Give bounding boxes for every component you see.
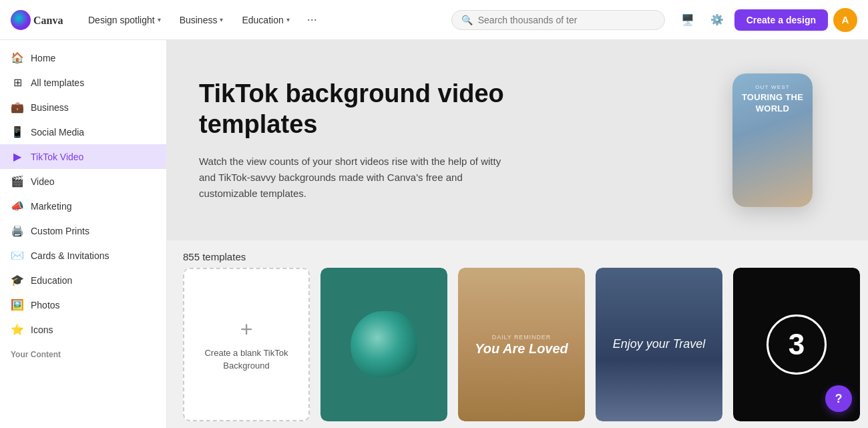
desert-main-text: You Are Loved [475, 341, 568, 357]
plus-icon: + [240, 317, 253, 342]
education-icon: 🎓 [11, 274, 24, 286]
travel-card-img: Enjoy your Travel [596, 268, 722, 421]
sidebar-item-custom-prints[interactable]: 🖨️ Custom Prints [0, 218, 166, 243]
sidebar-item-label: Cards & Invitations [31, 250, 110, 261]
templates-grid: + Create a blank TikTok Background DA [167, 268, 868, 428]
phone-screen: OUT WEST TOURING THE WORLD [732, 73, 813, 207]
chevron-down-icon: ▾ [220, 16, 223, 23]
blank-card-inner: + Create a blank TikTok Background [183, 268, 310, 421]
sidebar-item-cards-invitations[interactable]: ✉️ Cards & Invitations [0, 243, 166, 268]
sidebar-item-label: Video [31, 176, 55, 187]
blank-template-card[interactable]: + Create a blank TikTok Background [183, 268, 310, 421]
search-icon: 🔍 [461, 15, 473, 25]
more-nav-btn[interactable]: ··· [302, 9, 322, 31]
sidebar-item-label: Custom Prints [31, 226, 89, 236]
monitor-icon-btn[interactable]: 🖥️ [676, 8, 700, 32]
home-icon: 🏠 [11, 51, 24, 64]
sidebar-item-label: Business [31, 102, 69, 113]
business-icon: 💼 [11, 101, 24, 114]
search-bar: 🔍 [451, 10, 665, 30]
sidebar-item-label: TikTok Video [31, 152, 83, 162]
photos-icon: 🖼️ [11, 298, 24, 311]
cards-icon: ✉️ [11, 249, 24, 262]
sidebar-item-label: Photos [31, 300, 60, 310]
teal-card-inner [320, 268, 447, 421]
video-icon: 🎬 [11, 175, 24, 188]
grid-icon: ⊞ [11, 76, 24, 89]
sidebar-item-photos[interactable]: 🖼️ Photos [0, 292, 166, 317]
sidebar-item-business[interactable]: 💼 Business [0, 95, 166, 120]
hero-title: TikTok background video templates [199, 79, 506, 140]
create-design-button[interactable]: Create a design [734, 9, 828, 31]
travel-template-card[interactable]: Enjoy your Travel [596, 268, 722, 421]
search-input[interactable] [478, 15, 655, 25]
sidebar: 🏠 Home ⊞ All templates 💼 Business 📱 Soci… [0, 40, 167, 428]
teal-template-card[interactable] [320, 268, 447, 421]
sidebar-item-tiktok-video[interactable]: ▶ TikTok Video [0, 144, 166, 169]
chevron-down-icon: ▾ [158, 16, 161, 23]
sidebar-item-label: Marketing [31, 201, 71, 212]
sidebar-item-label: Icons [31, 325, 53, 335]
sidebar-item-home[interactable]: 🏠 Home [0, 45, 166, 70]
sidebar-item-marketing[interactable]: 📣 Marketing [0, 194, 166, 218]
main-content: TikTok background video templates Watch … [167, 40, 868, 428]
social-icon: 📱 [11, 126, 24, 138]
blank-card-label: Create a blank TikTok Background [184, 347, 308, 371]
sidebar-item-icons[interactable]: ⭐ Icons [0, 317, 166, 342]
daily-reminder-card[interactable]: DAILY REMINDER You Are Loved [458, 268, 585, 421]
hero-image: OUT WEST TOURING THE WORLD [709, 73, 836, 207]
sidebar-item-label: Education [31, 275, 72, 286]
teal-card-img [320, 268, 447, 421]
sidebar-item-video[interactable]: 🎬 Video [0, 169, 166, 194]
travel-card-text: Enjoy your Travel [613, 336, 706, 353]
sidebar-item-label: All templates [31, 77, 84, 88]
print-icon: 🖨️ [11, 224, 24, 237]
help-bubble-button[interactable]: ? [825, 385, 852, 412]
canva-logo[interactable]: Canva [11, 10, 71, 30]
sidebar-item-label: Home [31, 53, 55, 63]
settings-icon-btn[interactable]: ⚙️ [705, 8, 729, 32]
hero-description: Watch the view counts of your short vide… [199, 154, 506, 202]
sidebar-item-label: Social Media [31, 127, 84, 138]
svg-point-0 [11, 10, 31, 30]
your-content-label: Your Content [0, 342, 166, 362]
phone-text: OUT WEST TOURING THE WORLD [738, 84, 807, 115]
templates-count-bar: 855 templates [167, 240, 868, 268]
desert-card-img: DAILY REMINDER You Are Loved [458, 268, 585, 421]
templates-count: 855 templates [183, 251, 246, 262]
user-avatar[interactable]: A [833, 8, 857, 32]
sidebar-item-all-templates[interactable]: ⊞ All templates [0, 70, 166, 95]
icons-icon: ⭐ [11, 323, 24, 336]
marketing-icon: 📣 [11, 200, 24, 212]
chevron-down-icon: ▾ [286, 16, 290, 23]
app-layout: 🏠 Home ⊞ All templates 💼 Business 📱 Soci… [0, 40, 868, 428]
hero-section: TikTok background video templates Watch … [167, 40, 868, 240]
svg-text:Canva: Canva [33, 15, 63, 26]
tiktok-icon: ▶ [11, 150, 24, 163]
nav-right-actions: 🖥️ ⚙️ Create a design A [676, 8, 857, 32]
phone-mockup: OUT WEST TOURING THE WORLD [732, 73, 813, 207]
business-btn[interactable]: Business ▾ [173, 11, 230, 29]
teal-blob-shape [351, 311, 417, 378]
hero-text: TikTok background video templates Watch … [199, 79, 506, 201]
dark-card-circle: 3 [767, 314, 827, 375]
top-navigation: Canva Design spotlight ▾ Business ▾ Educ… [0, 0, 868, 40]
sidebar-item-education[interactable]: 🎓 Education [0, 268, 166, 292]
design-spotlight-btn[interactable]: Design spotlight ▾ [81, 11, 168, 29]
sidebar-item-social-media[interactable]: 📱 Social Media [0, 120, 166, 144]
desert-card-text: DAILY REMINDER You Are Loved [468, 326, 575, 363]
education-btn[interactable]: Education ▾ [235, 11, 296, 29]
